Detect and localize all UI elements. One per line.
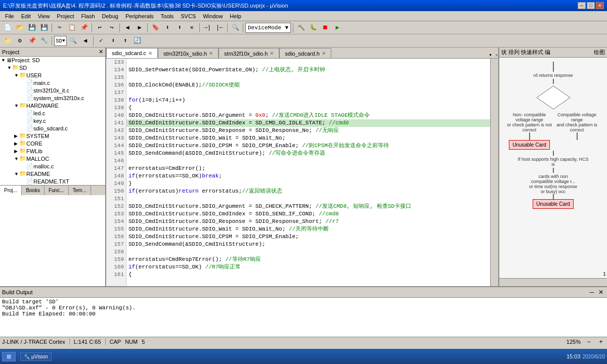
tree-main[interactable]: 📄 main.c [0,79,105,86]
taskbar-uvision[interactable]: 🔧 µVision [20,352,52,361]
tree-led[interactable]: 📄 led.c [0,109,105,117]
tree-stm32it-label: stm32f10x_it.c [33,87,69,94]
paste-button[interactable]: 📌 [78,22,90,33]
close-button[interactable]: ✕ [596,2,604,9]
line-number-135: 135 [106,74,126,81]
find-button[interactable]: 🔍 [230,22,241,33]
tree-system[interactable]: ▶ 📁 SYSTEM [0,132,105,140]
tab-stm32-sdio-h2[interactable]: stm32f10x_sdio.h ✕ [219,48,279,58]
bookmark-button[interactable]: 🔖 [150,22,161,33]
save-all-button[interactable]: 💾 [38,22,50,33]
tab-sdio-sdcard-h[interactable]: sdio_sdcard.h ✕ [279,48,331,58]
menu-peripherals[interactable]: Peripherals [122,12,157,20]
menu-help[interactable]: Help [227,12,244,20]
tree-core[interactable]: ▶ 📁 CORE [0,140,105,147]
new-project-button[interactable]: 📁 [2,35,13,47]
options-button[interactable]: ⚙ [14,35,25,47]
tb2-btn4[interactable]: 🔧 [38,35,50,47]
tab-sdio-sdcard-c[interactable]: sdio_sdcard.c ✕ [106,48,158,58]
tab-close-2[interactable]: ✕ [209,51,213,56]
save-button[interactable]: 💾 [26,22,37,33]
maximize-button[interactable]: □ [587,2,595,9]
minimize-button[interactable]: ─ [578,2,586,9]
line-number-150: 150 [106,188,126,195]
tab-scroll-arrow[interactable]: ▾ [487,52,494,58]
back-button[interactable]: ◀ [122,22,133,33]
panel-close-icon[interactable]: ✕ [99,49,103,55]
indent-button[interactable]: →| [202,22,213,33]
tree-fwlib[interactable]: ▶ 📁 FWLib [0,147,105,155]
output-close[interactable]: ✕ [597,288,605,296]
menu-svcs[interactable]: SVCS [178,12,199,20]
tree-readmetxt[interactable]: 📄 README.TXT [0,177,105,185]
status-sep-2 [105,339,106,345]
menu-tools[interactable]: Tools [158,12,177,20]
tree-stm32it[interactable]: 📄 stm32f10x_it.c [0,86,105,94]
tree-sdio-icon: 📄 [26,125,33,131]
menu-file[interactable]: File [2,12,17,20]
tb2-search-button[interactable]: 🔍 [68,35,79,47]
bookmark-clear-button[interactable]: ✕ [186,22,197,33]
debug-button[interactable]: 🐛 [308,22,319,33]
redo-button[interactable]: ↪ [106,22,117,33]
tree-readme[interactable]: ▼ 📁 README [0,170,105,177]
menu-window[interactable]: Window [200,12,226,20]
tree-malloc[interactable]: ▼ 📁 MALLOC [0,155,105,162]
tb2-btn7[interactable]: ⬆ [120,35,131,47]
tab-books[interactable]: Books [22,186,45,195]
tab-close-4[interactable]: ✕ [322,51,326,56]
tree-key[interactable]: 📄 key.c [0,117,105,124]
tree-hardware[interactable]: ▼ 📁 HARDWARE [0,102,105,109]
tab-close-3[interactable]: ✕ [270,51,274,56]
pin-button[interactable]: 📌 [26,35,37,47]
open-file-button[interactable]: 📂 [14,22,25,33]
tab-func[interactable]: Func... [45,186,69,195]
tab-tem[interactable]: Tem... [69,186,91,195]
vertical-scrollbar[interactable] [490,59,498,286]
right-panel-scrollbar[interactable] [499,278,607,286]
unindent-button[interactable]: |← [214,22,225,33]
bookmark-next-button[interactable]: ⬇ [162,22,173,33]
build-button[interactable]: 🔨 [295,22,307,33]
start-button[interactable]: ⊞ [2,352,16,361]
menu-view[interactable]: View [35,12,53,20]
tab-stm32-sdio-h1[interactable]: stm32f10x_sdio.h ✕ [158,48,219,58]
tree-project[interactable]: ▼ 🖥 Project: SD [0,57,105,64]
output-header: Build Output ─ ✕ [0,287,607,298]
code-line-160: if(errorstatus==SD_OK) //R7响应正常 [126,263,490,271]
menu-project[interactable]: Project [54,12,77,20]
menu-debug[interactable]: Debug [99,12,121,20]
code-content[interactable]: SDIO_SetPowerState(SDIO_PowerState_ON); … [126,59,490,286]
device-mode-dropdown[interactable]: DeviceMode ▼ [245,23,291,33]
tb2-btn5[interactable]: ✓ [96,35,107,47]
zoom-in-button[interactable]: + [597,338,605,346]
tab-bar: sdio_sdcard.c ✕ stm32f10x_sdio.h ✕ stm32… [106,48,498,59]
tree-toggle-project: ▼ [1,58,6,63]
tree-sdio[interactable]: 📄 sdio_sdcard.c [0,124,105,132]
tree-user[interactable]: ▼ 📁 USER [0,71,105,79]
tb2-btn6[interactable]: ⬇ [108,35,119,47]
output-minimize[interactable]: ─ [588,288,596,296]
tree-stm32conf[interactable]: 📄 system_stm32f10x.c [0,94,105,102]
tree-mallocc[interactable]: 📄 malloc.c [0,162,105,170]
flow-right-branch: Compatible voltage range and check patte… [554,112,600,140]
run-button[interactable]: ▶ [332,22,343,33]
new-file-button[interactable]: 📄 [2,22,13,33]
stop-button[interactable]: ⏹ [320,22,331,33]
menu-flash[interactable]: Flash [78,12,98,20]
forward-button[interactable]: ▶ [134,22,145,33]
tree-system-icon: 📁 [19,132,26,139]
menu-edit[interactable]: Edit [18,12,34,20]
tb2-sep1 [52,36,52,46]
tab-proj[interactable]: Proj... [0,186,22,195]
status-bar: J-LINK / J-TRACE Cortex L:141 C:65 CAP N… [0,337,607,346]
tb2-btn8[interactable]: 🔄 [132,35,143,47]
tb2-nav-back[interactable]: ◀ [80,35,91,47]
copy-button[interactable]: 📋 [66,22,77,33]
undo-button[interactable]: ↩ [94,22,105,33]
cut-button[interactable]: ✂ [54,22,65,33]
tree-sd[interactable]: ▼ 📁 SD [0,64,105,71]
zoom-out-button[interactable]: − [585,338,593,346]
bookmark-prev-button[interactable]: ⬆ [174,22,185,33]
tab-close-1[interactable]: ✕ [148,51,152,56]
